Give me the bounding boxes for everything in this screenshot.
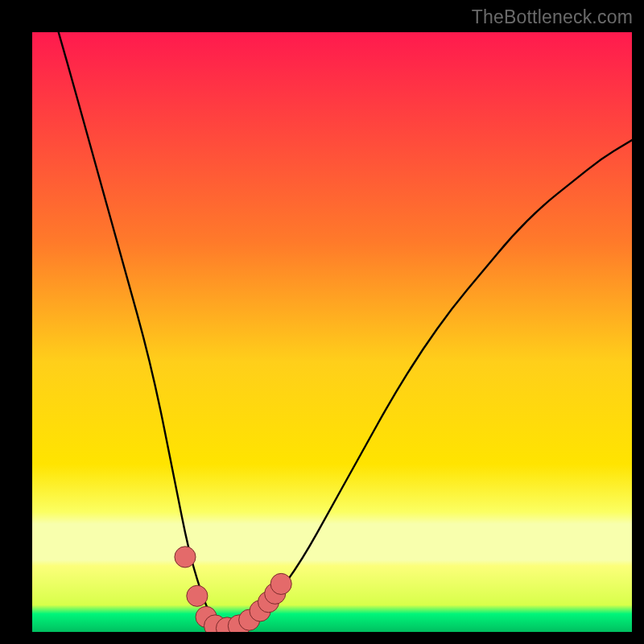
watermark-text: TheBottleneck.com xyxy=(472,6,633,28)
data-marker xyxy=(270,573,291,594)
data-marker xyxy=(187,585,208,606)
bottleneck-curve xyxy=(32,32,632,632)
chart-frame: TheBottleneck.com xyxy=(0,0,644,644)
data-marker xyxy=(175,547,196,568)
plot-area xyxy=(32,32,632,632)
